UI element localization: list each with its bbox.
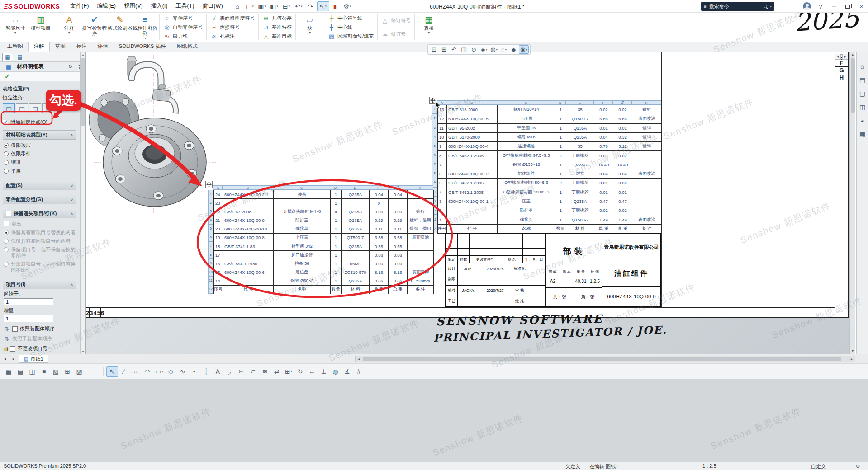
tool-icon[interactable]: ∡ bbox=[342, 366, 353, 377]
row-header[interactable]: 3 bbox=[432, 123, 437, 132]
bom-cell[interactable]: 16 bbox=[214, 259, 223, 268]
bom-cell[interactable]: 15 bbox=[214, 268, 223, 277]
ok-button[interactable]: ✓ bbox=[5, 72, 10, 80]
ribbon-button[interactable]: ☁修订云 bbox=[381, 30, 411, 38]
web-help-icon[interactable]: ⊕ bbox=[856, 463, 860, 469]
bom-cell[interactable]: Q235A bbox=[342, 225, 370, 234]
bom-cell[interactable]: 钢管 Ø133×12 bbox=[498, 160, 555, 169]
tool-icon[interactable]: ◇ bbox=[165, 366, 177, 377]
view-tool-icon[interactable]: ◌▾ bbox=[499, 45, 509, 54]
menu-item[interactable]: 插入(I) bbox=[147, 0, 172, 12]
bom-cell[interactable]: Q235A bbox=[342, 190, 370, 199]
tool-icon[interactable]: ○ bbox=[130, 366, 142, 377]
ribbon-button[interactable]: ▱ 块 ▾ bbox=[297, 13, 323, 42]
bom-cell[interactable]: QT500-7 bbox=[566, 215, 594, 224]
bom-cell[interactable]: 6.66 bbox=[613, 114, 632, 123]
bom-cell[interactable]: 1 bbox=[555, 169, 566, 179]
scroll-down-icon[interactable]: ▼ bbox=[81, 348, 85, 354]
bom-cell[interactable]: 0.55 bbox=[389, 242, 408, 251]
bom-cell[interactable]: 0.01 bbox=[613, 188, 632, 197]
view-tool-icon[interactable]: ◍▾ bbox=[489, 45, 499, 54]
follow-assembly-order-row[interactable]: ⇅ 依照装配体顺序 bbox=[4, 325, 76, 332]
radio-option[interactable]: 保留具有新项目号替换的两者 bbox=[4, 228, 76, 237]
bom-cell[interactable]: 24 bbox=[214, 190, 223, 199]
command-tab[interactable]: 工程图 bbox=[2, 41, 28, 52]
bom-cell[interactable]: GB/T 3741.1-83 bbox=[223, 242, 274, 251]
bom-cell[interactable]: 3.68 bbox=[389, 234, 408, 242]
bom-cell[interactable]: 1 bbox=[331, 259, 342, 268]
bom-cell[interactable]: 材 料 bbox=[566, 225, 594, 234]
bom-cell[interactable]: 1 bbox=[438, 215, 447, 224]
property-manager-tab[interactable]: ▦ bbox=[2, 53, 13, 61]
horizontal-scrollbar[interactable]: ◄ ► bbox=[355, 356, 855, 362]
radio-option[interactable]: 保留项目号，但不保留替换的零部件 bbox=[4, 245, 76, 260]
bom-cell[interactable]: 连接盘 bbox=[274, 225, 331, 234]
vertical-scrollbar[interactable]: ▲ ▼ bbox=[849, 52, 855, 354]
bom-cell[interactable] bbox=[408, 259, 434, 268]
collapse-left-icon[interactable]: ◂ bbox=[835, 54, 841, 60]
bom-cell[interactable]: 7 bbox=[438, 160, 447, 169]
bom-cell[interactable]: 镀锌，借用 bbox=[408, 225, 434, 234]
row-header[interactable]: 6 bbox=[208, 233, 213, 242]
bom-cell[interactable]: 600HZ44X-10Q-00-8 bbox=[223, 234, 274, 242]
corner-anchor-button[interactable]: ◳ bbox=[16, 103, 28, 113]
row-header[interactable]: 4 bbox=[432, 132, 437, 141]
bom-cell[interactable]: 0.00 bbox=[370, 207, 389, 216]
bom-cell[interactable]: 0.66 bbox=[389, 277, 408, 286]
bom-cell[interactable]: ZG310-570 bbox=[342, 268, 370, 277]
bom-cell[interactable]: 2 bbox=[438, 206, 447, 215]
collapse-right-icon[interactable]: ▸ bbox=[842, 54, 848, 60]
row-header[interactable]: 3 bbox=[208, 207, 213, 216]
bom-cell[interactable] bbox=[632, 151, 662, 160]
ribbon-button[interactable]: ✔ 拼写检验程序 bbox=[82, 13, 107, 42]
minimize-button[interactable]: ─ bbox=[827, 0, 841, 13]
bom-cell[interactable]: 镀锌 bbox=[632, 142, 662, 151]
scroll-down-icon[interactable]: ▼ bbox=[850, 348, 855, 354]
bom-cell[interactable]: 表面喷涂 bbox=[632, 215, 662, 224]
tool-icon[interactable]: ◞ bbox=[224, 366, 236, 377]
tool-icon[interactable]: A bbox=[212, 366, 224, 377]
ribbon-button[interactable]: △基准目标 bbox=[262, 32, 292, 41]
bom-cell[interactable]: 12 bbox=[438, 114, 447, 123]
bom-cell[interactable]: 6 bbox=[438, 169, 447, 179]
bom-cell[interactable]: 0.47 bbox=[594, 197, 613, 206]
bom-cell[interactable]: 0.04 bbox=[594, 133, 613, 142]
bom-cell[interactable]: 22 bbox=[214, 207, 223, 216]
bom-cell[interactable]: 1 bbox=[555, 160, 566, 169]
bom-cell[interactable]: 0.55 bbox=[370, 242, 389, 251]
bom-cell[interactable]: 600HZ44X-10Q-00-1 bbox=[447, 197, 498, 206]
bom-cell[interactable]: 1 bbox=[555, 206, 566, 215]
bom-cell[interactable]: 10 bbox=[438, 133, 447, 142]
search-input[interactable]: ≡ 搜索命令 ▾ bbox=[701, 2, 774, 11]
bom-cell[interactable]: O型橡胶密封圈 97.5×5.3 bbox=[498, 151, 555, 160]
tool-icon[interactable]: ▭▾ bbox=[153, 366, 165, 377]
bom-cell[interactable] bbox=[223, 199, 274, 207]
bom-cell[interactable]: 14 bbox=[214, 277, 223, 286]
bom-cell[interactable]: QT500-7 bbox=[566, 114, 594, 123]
sheet-next-icon[interactable]: ▸ bbox=[10, 355, 17, 362]
bom-cell[interactable]: 600HZ44X-10Q-00-6 bbox=[223, 268, 274, 277]
bom-cell[interactable]: GB/T 6170-2000 bbox=[447, 133, 498, 142]
bom-cell[interactable]: 丁腈橡胶 bbox=[566, 151, 594, 160]
bom-cell[interactable]: 1 bbox=[555, 124, 566, 133]
bom-cell[interactable]: 挡圈 36 bbox=[274, 259, 331, 268]
bom-cell[interactable]: Q235A bbox=[566, 133, 594, 142]
scrollbar-thumb[interactable] bbox=[81, 58, 85, 126]
column-header[interactable]: H bbox=[632, 100, 661, 105]
configurations-section-header[interactable]: 配置(S)∨ bbox=[3, 181, 76, 190]
column-header[interactable]: E bbox=[566, 100, 594, 105]
configuration-tab[interactable]: ▤ bbox=[14, 53, 25, 61]
row-header[interactable]: 5 bbox=[208, 225, 213, 233]
tool-icon[interactable]: ≋ bbox=[259, 366, 271, 377]
keep-missing-items-header[interactable]: 保留遗失项目/行(K)∧ bbox=[3, 209, 76, 218]
row-header[interactable]: 9 bbox=[208, 259, 213, 268]
bom-cell[interactable]: 表面喷涂 bbox=[408, 268, 434, 277]
command-tab[interactable]: SOLIDWORKS 插件 bbox=[114, 41, 171, 52]
quick-tool-icon[interactable]: ↷ bbox=[305, 1, 317, 11]
tool-icon[interactable]: ▦ bbox=[3, 366, 14, 377]
bom-grid[interactable]: 24600HZ44X-10Q-00-2-1接头1Q235A0.040.04231… bbox=[213, 190, 434, 294]
bom-cell[interactable] bbox=[632, 188, 662, 197]
bom-cell[interactable] bbox=[408, 199, 434, 207]
quick-tool-icon[interactable]: ▣▾ bbox=[256, 1, 268, 11]
bom-cell[interactable]: 扩口连接管 bbox=[274, 251, 331, 259]
